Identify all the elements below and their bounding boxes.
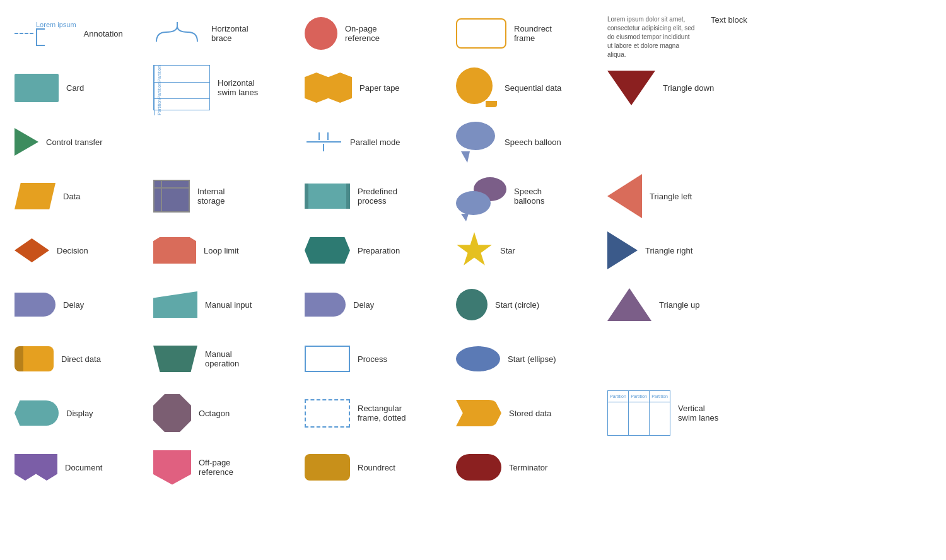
triangle-left-label: Triangle left	[650, 192, 692, 201]
data-label: Data	[63, 192, 80, 201]
rect-frame-dotted-label: Rectangular frame, dotted	[358, 404, 406, 423]
swimlane-content-2	[164, 83, 209, 99]
process-label: Process	[358, 354, 387, 364]
display-label: Display	[66, 409, 93, 418]
parallel-tick-2	[327, 132, 329, 140]
triangle-left-cell: Triangle left	[602, 169, 930, 223]
vswimlanes-label: Vertical swim lanes	[678, 404, 718, 423]
triangle-down-shape-container	[607, 71, 655, 105]
parallel-mode-label: Parallel mode	[350, 137, 400, 147]
vswimlane-body	[608, 402, 670, 435]
cylinder-shape	[15, 346, 54, 371]
triangle-down-label: Triangle down	[663, 83, 714, 93]
manual-input-label: Manual input	[205, 300, 252, 310]
document-shape	[15, 454, 57, 481]
sequential-data-label: Sequential data	[505, 83, 561, 93]
control-transfer-cell: Control transfer	[9, 115, 148, 169]
loop-limit-label: Loop limit	[204, 246, 239, 255]
empty-3-56	[602, 115, 930, 169]
loop-limit-cell: Loop limit	[148, 223, 300, 277]
preparation-shape	[305, 237, 350, 264]
speech-balloon-shape	[456, 122, 497, 163]
card-cell: Card	[9, 61, 148, 115]
parallel-mode-shape	[305, 125, 342, 160]
triangle-right-label: Triangle right	[645, 246, 692, 255]
rect-frame-dotted-shape	[305, 399, 350, 428]
triangle-up-shape-container	[607, 288, 651, 321]
swimlane-row-2: Partition	[154, 83, 209, 100]
annotation-label: Annotation	[84, 29, 123, 38]
vswimlane-col-1	[608, 402, 629, 435]
document-cell: Document	[9, 440, 148, 494]
direct-data-cell: Direct data	[9, 332, 148, 386]
octagon-shape-container	[153, 394, 191, 432]
vswimlane-col-2	[629, 402, 650, 435]
manual-input-cell: Manual input	[148, 277, 300, 332]
direct-data-label: Direct data	[61, 354, 101, 364]
paper-tape-cell: Paper tape	[300, 61, 451, 115]
delay-label: Delay	[63, 300, 84, 310]
terminator-shape	[456, 454, 501, 481]
hswimlanes-shape-container: Partition Partition Partition	[153, 65, 210, 110]
speech-balloons-shape-container	[456, 177, 506, 215]
sequential-data-shape-container	[456, 67, 497, 108]
document-shape-container	[15, 454, 57, 481]
stored-data-shape-container	[456, 400, 501, 426]
terminator-cell: Terminator	[451, 440, 602, 494]
balloon-2	[456, 191, 491, 215]
delay2-shape	[305, 293, 346, 317]
loop-limit-shape-container	[153, 237, 196, 264]
start-circle-shape-container	[456, 289, 488, 320]
rect-frame-dotted-cell: Rectangular frame, dotted	[300, 386, 451, 440]
hbrace-svg	[153, 20, 204, 48]
annotation-lorem: Lorem ipsum	[36, 21, 76, 28]
card-label: Card	[66, 83, 84, 93]
sequential-data-cell: Sequential data	[451, 61, 602, 115]
speech-balloon-shape-container	[456, 122, 497, 163]
sequential-data-shape	[456, 67, 497, 108]
decision-label: Decision	[57, 246, 88, 255]
swimlane-label-2: Partition	[154, 83, 164, 99]
preparation-cell: Preparation	[300, 223, 451, 277]
text-block-label: Text block	[711, 15, 747, 25]
parallel-mode-shape-container	[305, 125, 342, 160]
roundrect-frame-rect	[456, 18, 506, 49]
empty-3-2	[148, 115, 300, 169]
triangle-right-shape-container	[607, 231, 638, 269]
octagon-shape	[153, 394, 191, 432]
stored-data-shape	[456, 400, 501, 426]
triangle-right-cell: Triangle right	[602, 223, 930, 277]
delay-shape	[15, 293, 55, 317]
octagon-label: Octagon	[199, 409, 230, 418]
data-cell: Data	[9, 169, 148, 223]
decision-shape	[15, 238, 49, 262]
data-shape-container	[15, 183, 55, 209]
paper-tape-shape-container	[305, 73, 352, 103]
internal-storage-shape	[153, 180, 190, 213]
parallel-top-ticks	[318, 132, 329, 140]
sb-tail	[461, 151, 470, 163]
manual-operation-shape	[153, 346, 197, 372]
roundrect-shape	[305, 454, 350, 481]
decision-shape-container	[15, 238, 49, 262]
hswimlanes-shape: Partition Partition Partition	[153, 65, 210, 110]
stored-data-label: Stored data	[509, 409, 551, 418]
internal-storage-shape-container	[153, 180, 190, 213]
triangle-up-cell: Triangle up	[602, 277, 930, 332]
speech-balloons-cell: Speech balloons	[451, 169, 602, 223]
delay2-cell: Delay	[300, 277, 451, 332]
predefined-process-cell: Predefined process	[300, 169, 451, 223]
predefined-process-shape	[305, 184, 350, 209]
triangle-left-shape	[607, 174, 642, 218]
terminator-label: Terminator	[509, 463, 547, 472]
empty-7-56	[602, 332, 930, 386]
data-shape	[15, 183, 55, 209]
control-transfer-shape-container	[15, 128, 38, 156]
on-page-shape	[305, 17, 337, 50]
swimlane-row-1: Partition	[154, 66, 209, 83]
internal-storage-cell: Internal storage	[148, 169, 300, 223]
vswimlane-col-3	[650, 402, 670, 435]
process-shape	[305, 346, 350, 372]
start-ellipse-shape-container	[456, 346, 500, 371]
rect-frame-dotted-shape-container	[305, 399, 350, 428]
